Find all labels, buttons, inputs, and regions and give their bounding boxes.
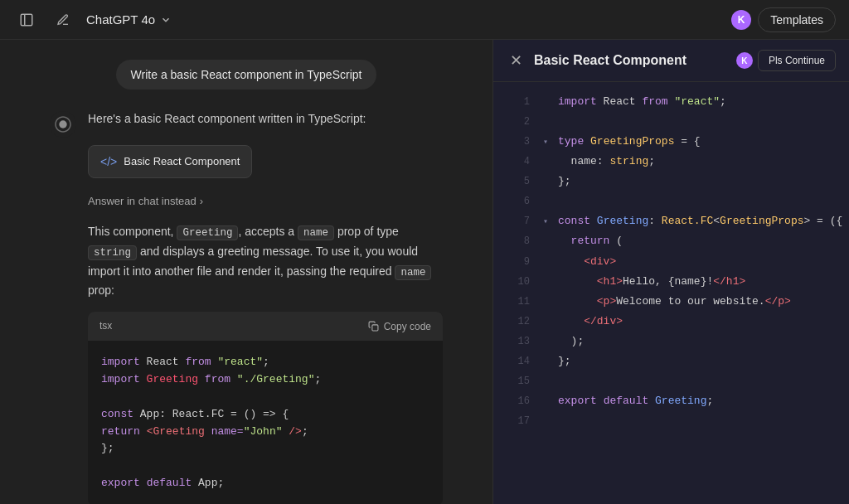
code-viewer-line-2: 2 — [493, 112, 849, 132]
right-panel: ✕ Basic React Component K Pls Continue 1… — [492, 40, 849, 504]
code-line-8: export default App; — [101, 475, 429, 492]
continue-area: K Pls Continue — [736, 50, 836, 71]
code-viewer-line-12: 12 </div> — [493, 312, 849, 332]
code-viewer-line-9: 9 <div> — [493, 252, 849, 272]
top-bar-left: ChatGPT 4o — [13, 7, 172, 33]
svg-rect-0 — [21, 14, 32, 26]
code-line-1: import React from "react"; — [101, 354, 429, 371]
code-viewer-line-4: 4 name: string; — [493, 152, 849, 172]
component-card[interactable]: </> Basic React Component — [88, 145, 252, 178]
code-line-5: return <Greeting name="John" />; — [101, 424, 429, 441]
templates-button[interactable]: Templates — [758, 7, 836, 32]
main-layout: Write a basic React component in TypeScr… — [0, 40, 849, 504]
code-viewer-line-15: 15 — [493, 371, 849, 391]
copy-label: Copy code — [384, 321, 431, 332]
svg-point-3 — [59, 120, 66, 128]
code-viewer-line-3: 3 ▾ type GreetingProps = { — [493, 132, 849, 152]
svg-rect-4 — [372, 325, 378, 331]
code-viewer-line-10: 10 <h1>Hello, {name}!</h1> — [493, 272, 849, 292]
inline-code-greeting: Greeting — [177, 225, 238, 240]
inline-code-name: name — [298, 225, 334, 240]
templates-label: Templates — [770, 13, 823, 27]
code-block-body: import React from "react"; import Greeti… — [88, 341, 443, 504]
code-viewer[interactable]: 1 import React from "react"; 2 3 ▾ type … — [493, 82, 849, 504]
pls-continue-button[interactable]: Pls Continue — [758, 50, 836, 71]
code-viewer-line-11: 11 <p>Welcome to our website.</p> — [493, 292, 849, 312]
code-line-blank1 — [101, 389, 429, 406]
model-selector[interactable]: ChatGPT 4o — [86, 12, 172, 27]
answer-in-chat-link[interactable]: Answer in chat instead › — [88, 193, 443, 211]
right-panel-title: Basic React Component — [534, 53, 728, 68]
chevron-right-icon: › — [200, 193, 203, 211]
code-block: tsx Copy code import React from "react";… — [88, 312, 443, 504]
code-viewer-line-17: 17 — [493, 411, 849, 431]
component-card-label: Basic React Component — [124, 153, 240, 171]
inline-code-name2: name — [395, 265, 431, 280]
assistant-avatar — [50, 111, 76, 138]
assistant-message: Here's a basic React component written i… — [50, 109, 443, 504]
code-viewer-line-16: 16 export default Greeting; — [493, 391, 849, 411]
new-chat-button[interactable] — [50, 7, 76, 33]
inline-code-string: string — [88, 245, 137, 260]
continue-label: Pls Continue — [769, 55, 825, 66]
assistant-intro: Here's a basic React component written i… — [88, 109, 443, 128]
copy-code-button[interactable]: Copy code — [368, 321, 431, 332]
code-line-6: }; — [101, 440, 429, 458]
code-viewer-line-7: 7 ▾ const Greeting: React.FC<GreetingPro… — [493, 211, 849, 231]
code-line-blank2 — [101, 458, 429, 475]
chat-panel: Write a basic React component in TypeScr… — [0, 40, 492, 504]
code-block-header: tsx Copy code — [88, 312, 443, 341]
right-panel-header: ✕ Basic React Component K Pls Continue — [493, 40, 849, 82]
user-message-wrap: Write a basic React component in TypeScr… — [50, 60, 443, 90]
code-viewer-line-1: 1 import React from "react"; — [493, 92, 849, 112]
sidebar-toggle-button[interactable] — [13, 7, 40, 33]
code-viewer-line-8: 8 return ( — [493, 231, 849, 251]
code-line-4: const App: React.FC = () => { — [101, 406, 429, 424]
close-panel-button[interactable]: ✕ — [507, 50, 526, 71]
user-message: Write a basic React component in TypeScr… — [116, 60, 377, 90]
templates-area: K Templates — [731, 7, 836, 32]
code-viewer-line-14: 14 }; — [493, 351, 849, 371]
assistant-content: Here's a basic React component written i… — [88, 109, 443, 504]
code-viewer-line-13: 13 ); — [493, 332, 849, 351]
top-bar: ChatGPT 4o K Templates — [0, 0, 849, 40]
k-badge-top: K — [731, 10, 751, 30]
code-viewer-line-6: 6 — [493, 191, 849, 211]
code-viewer-line-5: 5 }; — [493, 172, 849, 191]
k-badge-panel: K — [736, 52, 753, 69]
description-prose: This component, Greeting, accepts a name… — [88, 222, 443, 300]
component-card-icon: </> — [100, 153, 117, 171]
code-lang-label: tsx — [99, 318, 112, 334]
model-name: ChatGPT 4o — [86, 12, 155, 27]
code-line-2: import Greeting from "./Greeting"; — [101, 371, 429, 389]
answer-in-chat-text: Answer in chat instead — [88, 193, 196, 211]
